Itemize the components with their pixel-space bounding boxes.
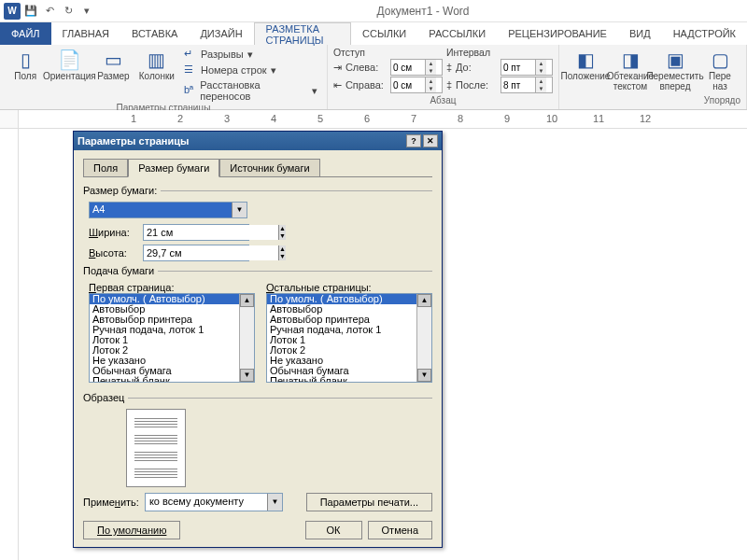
tab-mailings[interactable]: РАССЫЛКИ bbox=[417, 22, 497, 45]
wrap-icon: ◨ bbox=[615, 49, 645, 71]
orientation-icon: 📄 bbox=[54, 49, 84, 71]
columns-button[interactable]: ▥Колонки bbox=[137, 47, 176, 83]
margins-button[interactable]: ▯Поля bbox=[6, 47, 45, 83]
line-numbers-button[interactable]: ☰Номера строк ▾ bbox=[180, 63, 321, 77]
dialog-tabs: Поля Размер бумаги Источник бумаги bbox=[83, 158, 432, 177]
other-pages-listbox[interactable]: По умолч. ( Автовыбор)АвтовыборАвтовыбор… bbox=[266, 293, 432, 383]
bring-forward-button[interactable]: ▣Переместить вперед bbox=[655, 47, 696, 93]
default-button[interactable]: По умолчанию bbox=[83, 521, 180, 539]
save-icon[interactable]: 💾 bbox=[22, 3, 39, 20]
orientation-button[interactable]: 📄Ориентация bbox=[49, 47, 90, 83]
spacing-after-spinner[interactable]: ▲▼ bbox=[500, 77, 553, 93]
print-options-button[interactable]: Параметры печати... bbox=[306, 493, 432, 511]
breaks-icon: ↵ bbox=[184, 48, 197, 61]
forward-icon: ▣ bbox=[660, 49, 690, 71]
dialog-title-text: Параметры страницы bbox=[78, 135, 189, 147]
chevron-down-icon[interactable]: ▼ bbox=[267, 494, 282, 511]
tab-references[interactable]: ССЫЛКИ bbox=[351, 22, 417, 45]
size-button[interactable]: ▭Размер bbox=[93, 47, 133, 83]
columns-icon: ▥ bbox=[142, 49, 172, 71]
window-title: Документ1 - Word bbox=[99, 5, 747, 18]
page-setup-dialog: Параметры страницы ? ✕ Поля Размер бумаг… bbox=[73, 131, 443, 548]
group-page-setup: ▯Поля 📄Ориентация ▭Размер ▥Колонки ↵Разр… bbox=[0, 45, 328, 109]
size-icon: ▭ bbox=[98, 49, 128, 71]
group-arrange: ◧Положение ◨Обтекание текстом ▣Перемести… bbox=[559, 45, 747, 109]
ribbon: ▯Поля 📄Ориентация ▭Размер ▥Колонки ↵Разр… bbox=[0, 45, 747, 110]
apply-to-value: ко всему документу bbox=[146, 494, 267, 511]
tab-insert[interactable]: ВСТАВКА bbox=[120, 22, 189, 45]
spacing-after-input[interactable] bbox=[501, 80, 535, 91]
scroll-up-icon[interactable]: ▲ bbox=[240, 294, 254, 307]
spacing-before-spinner[interactable]: ▲▼ bbox=[500, 59, 553, 76]
tab-home[interactable]: ГЛАВНАЯ bbox=[51, 22, 120, 45]
send-backward-button[interactable]: ▢Пере наз bbox=[699, 47, 740, 93]
paper-size-combo[interactable]: А4 ▼ bbox=[89, 202, 247, 218]
apply-to-combo[interactable]: ко всему документу ▼ bbox=[145, 493, 283, 511]
indent-left-spinner[interactable]: ▲▼ bbox=[390, 59, 443, 76]
dialog-titlebar[interactable]: Параметры страницы ? ✕ bbox=[74, 132, 442, 150]
tab-margins[interactable]: Поля bbox=[83, 159, 128, 177]
apply-to-label: Применить: bbox=[83, 497, 139, 508]
first-page-label: Первая страница: bbox=[89, 282, 255, 293]
margins-icon: ▯ bbox=[10, 49, 40, 71]
position-button[interactable]: ◧Положение bbox=[565, 47, 606, 83]
spinner-down-icon[interactable]: ▼ bbox=[426, 67, 436, 75]
tab-paper-size[interactable]: Размер бумаги bbox=[128, 159, 219, 177]
tab-paper-source[interactable]: Источник бумаги bbox=[219, 159, 319, 177]
indent-left-label: Слева: bbox=[345, 62, 387, 73]
undo-icon[interactable]: ↶ bbox=[41, 3, 58, 20]
spacing-after-label: После: bbox=[456, 79, 497, 91]
quick-access-toolbar: W 💾 ↶ ↻ ▾ bbox=[0, 3, 99, 20]
spinner-up-icon[interactable]: ▲ bbox=[426, 60, 436, 67]
redo-icon[interactable]: ↻ bbox=[60, 3, 77, 20]
spacing-before-input[interactable] bbox=[501, 63, 535, 73]
tray-option[interactable]: Печатный бланк bbox=[90, 376, 239, 382]
help-button[interactable]: ? bbox=[406, 134, 421, 147]
word-app-icon: W bbox=[4, 3, 21, 20]
ribbon-tabs: ФАЙЛ ГЛАВНАЯ ВСТАВКА ДИЗАЙН РАЗМЕТКА СТР… bbox=[0, 22, 747, 45]
horizontal-ruler[interactable]: 123456789101112 bbox=[19, 110, 747, 128]
height-input[interactable] bbox=[144, 245, 278, 260]
qat-dropdown-icon[interactable]: ▾ bbox=[78, 3, 95, 20]
paper-size-value: А4 bbox=[90, 203, 232, 217]
indent-header: Отступ bbox=[333, 47, 443, 58]
width-input[interactable] bbox=[144, 225, 278, 240]
group-label-arrange: Упорядо bbox=[565, 95, 740, 107]
close-button[interactable]: ✕ bbox=[423, 134, 438, 147]
tab-design[interactable]: ДИЗАЙН bbox=[189, 22, 253, 45]
breaks-button[interactable]: ↵Разрывы ▾ bbox=[180, 47, 321, 62]
hyphenation-button[interactable]: bªРасстановка переносов ▾ bbox=[180, 78, 321, 103]
arrow-right-icon: ⇤ bbox=[333, 79, 342, 91]
vertical-ruler[interactable] bbox=[0, 129, 19, 560]
backward-icon: ▢ bbox=[705, 49, 735, 71]
tab-review[interactable]: РЕЦЕНЗИРОВАНИЕ bbox=[497, 22, 618, 45]
wrap-text-button[interactable]: ◨Обтекание текстом bbox=[610, 47, 651, 93]
line-numbers-icon: ☰ bbox=[184, 63, 197, 77]
indent-right-input[interactable] bbox=[391, 80, 425, 91]
scroll-down-icon[interactable]: ▼ bbox=[240, 369, 254, 382]
indent-right-spinner[interactable]: ▲▼ bbox=[390, 77, 443, 93]
height-label: Высота: bbox=[89, 247, 137, 259]
sample-label: Образец bbox=[83, 392, 124, 403]
width-spinner[interactable]: ▲▼ bbox=[143, 224, 249, 241]
tab-view[interactable]: ВИД bbox=[618, 22, 662, 45]
tab-file[interactable]: ФАЙЛ bbox=[0, 22, 51, 45]
first-page-listbox[interactable]: По умолч. ( Автовыбор)АвтовыборАвтовыбор… bbox=[89, 293, 255, 383]
group-paragraph: Отступ ⇥Слева:▲▼ ⇤Справа:▲▼ Интервал ‡До… bbox=[328, 45, 559, 109]
ok-button[interactable]: ОК bbox=[305, 521, 362, 539]
indent-left-input[interactable] bbox=[391, 63, 425, 73]
group-label-paragraph: Абзац bbox=[333, 95, 553, 107]
cancel-button[interactable]: Отмена bbox=[368, 521, 432, 539]
tab-page-layout[interactable]: РАЗМЕТКА СТРАНИЦЫ bbox=[254, 22, 352, 45]
chevron-down-icon[interactable]: ▼ bbox=[232, 203, 247, 217]
position-icon: ◧ bbox=[571, 49, 600, 71]
tab-addins[interactable]: НАДСТРОЙК bbox=[662, 22, 747, 45]
paper-feed-label: Подача бумаги bbox=[83, 265, 154, 276]
spacing-header: Интервал bbox=[446, 47, 553, 58]
hyphenation-icon: bª bbox=[184, 84, 196, 97]
height-spinner[interactable]: ▲▼ bbox=[143, 245, 249, 261]
horizontal-ruler-area: 123456789101112 bbox=[0, 110, 747, 129]
tray-option[interactable]: Печатный бланк bbox=[267, 376, 416, 382]
indent-right-label: Справа: bbox=[345, 79, 387, 91]
spacing-after-icon: ‡ bbox=[446, 79, 452, 91]
